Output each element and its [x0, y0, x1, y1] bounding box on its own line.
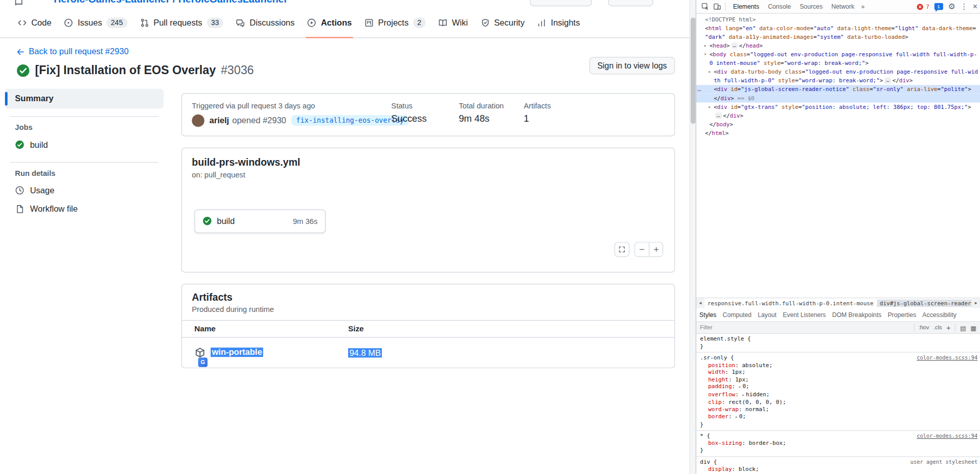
twisty-collapsed-icon[interactable]: ▸ — [708, 67, 711, 76]
dom-tree-line[interactable]: th full-width-p-0" style="word-wrap: bre… — [696, 76, 980, 85]
tab-pull-requests[interactable]: Pull requests33 — [133, 8, 230, 38]
page-scrollbar[interactable] — [690, 0, 696, 474]
more-tabs-icon[interactable] — [859, 3, 868, 10]
css-property[interactable]: width: 1px; — [700, 369, 977, 376]
zoom-out-button[interactable] — [635, 242, 649, 256]
styles-filter-input[interactable] — [700, 325, 909, 331]
console-errors-badge[interactable]: 7 — [917, 3, 929, 11]
dom-tree-line[interactable]: </html> — [696, 129, 980, 138]
shorthand-expand-icon[interactable]: ▸ — [742, 392, 744, 397]
dom-tree-line[interactable]: ▾<body class="logged-out env-production … — [696, 50, 980, 59]
artifact-name-link[interactable]: win-portable — [211, 348, 263, 357]
devtools-menu-icon[interactable] — [960, 0, 968, 13]
breadcrumb-scroll-left-icon[interactable] — [696, 298, 704, 308]
devtools-close-icon[interactable] — [973, 0, 977, 13]
devtools-tab-console[interactable]: Console — [764, 0, 795, 13]
inline-expand-ellipsis[interactable]: … — [731, 42, 738, 49]
rule-selector[interactable]: * — [700, 433, 703, 440]
breadcrumb-scroll-right-icon[interactable] — [972, 298, 980, 308]
devtools-tab-network[interactable]: Network — [827, 0, 859, 13]
css-property[interactable]: position: absolute; — [700, 362, 977, 369]
stylesheet-source-link[interactable]: color-modes.scss:94 — [917, 354, 977, 362]
dom-tree-line[interactable]: <html lang="en" data-color-mode="auto" d… — [696, 24, 980, 32]
zoom-in-button[interactable] — [649, 242, 663, 256]
avatar[interactable] — [192, 114, 204, 126]
artifact-rows: win-portable94.8 MB — [182, 337, 674, 368]
rule-selector[interactable]: element.style — [700, 336, 744, 343]
tab-actions[interactable]: Actions — [301, 8, 358, 38]
scrollbar-thumb[interactable] — [691, 17, 696, 124]
dom-tree-line[interactable]: ▸<div id="gtx-trans" style="position: ab… — [696, 103, 980, 111]
shorthand-expand-icon[interactable]: ▸ — [735, 415, 738, 420]
styles-tab-styles[interactable]: Styles — [696, 308, 720, 322]
back-to-pr-link[interactable]: Back to pull request #2930 — [16, 47, 129, 56]
breadcrumb-item[interactable]: div#js-global-screen-reader-notice.sr-on… — [877, 300, 972, 307]
css-property[interactable]: padding: ▸0; — [700, 383, 977, 391]
css-property[interactable]: box-sizing: border-box; — [700, 440, 977, 447]
twisty-collapsed-icon[interactable]: ▸ — [708, 103, 711, 111]
dom-tree-line[interactable]: <!DOCTYPE html> — [696, 15, 980, 24]
sidebar-item-workflow-file[interactable]: Workflow file — [5, 200, 164, 219]
dom-tree-line[interactable]: </div> == $0 — [696, 94, 980, 102]
grid-overlay-icon[interactable] — [970, 324, 976, 331]
twisty-collapsed-icon[interactable]: ▸ — [704, 41, 707, 50]
google-translate-icon[interactable] — [198, 357, 208, 367]
dom-tree-line[interactable]: ▸<div data-turbo-body class="logged-out … — [696, 67, 980, 76]
clipped-header-button[interactable] — [530, 0, 592, 6]
tab-insights[interactable]: Insights — [531, 8, 586, 38]
sidebar-item-usage[interactable]: Usage — [5, 181, 164, 200]
clipped-header-button[interactable] — [608, 0, 653, 6]
inline-expand-ellipsis[interactable]: … — [884, 78, 891, 84]
tab-security[interactable]: Security — [474, 8, 531, 38]
fullscreen-button[interactable] — [614, 242, 629, 257]
filter-toggle-hov[interactable]: :hov — [919, 325, 929, 331]
minus-icon — [638, 245, 646, 253]
css-property[interactable]: word-wrap: normal; — [700, 406, 977, 413]
filter-toggle-cls[interactable]: .cls — [933, 325, 942, 331]
inspect-icon[interactable] — [701, 3, 710, 11]
styles-tab-properties[interactable]: Properties — [884, 308, 919, 322]
stylesheet-source-link[interactable]: color-modes.scss:94 — [917, 433, 977, 440]
css-property[interactable]: display: block; — [700, 466, 977, 473]
new-style-rule-icon[interactable] — [946, 323, 951, 332]
css-property[interactable]: overflow: ▸hidden; — [700, 391, 977, 399]
dom-tree-line[interactable]: ▸<head>…</head> — [696, 41, 980, 50]
sidebar-item-summary[interactable]: Summary — [5, 88, 164, 108]
styles-tab-event-listeners[interactable]: Event Listeners — [780, 308, 829, 322]
sidebar-job-build[interactable]: build — [5, 136, 164, 154]
dom-tree-line[interactable]: …</div> — [696, 111, 980, 120]
job-node-build[interactable]: build 9m 36s — [194, 209, 326, 233]
inline-expand-ellipsis[interactable]: … — [715, 112, 722, 119]
dom-tree-line[interactable]: </body> — [696, 120, 980, 129]
tab-projects[interactable]: Projects2 — [358, 8, 431, 38]
devtools-tab-sources[interactable]: Sources — [795, 0, 827, 13]
styles-tab-dom-breakpoints[interactable]: DOM Breakpoints — [829, 308, 885, 322]
device-toolbar-icon[interactable] — [713, 3, 721, 11]
issues-bubble-icon[interactable]: 1 — [934, 3, 943, 10]
computed-styles-icon[interactable] — [960, 324, 966, 331]
css-property[interactable]: height: 1px; — [700, 376, 977, 383]
styles-tab-accessibility[interactable]: Accessibility — [919, 308, 960, 322]
devtools-tab-elements[interactable]: Elements — [729, 0, 764, 13]
styles-tab-layout[interactable]: Layout — [755, 308, 780, 322]
rule-selector[interactable]: div — [700, 459, 710, 466]
tab-discussions[interactable]: Discussions — [230, 8, 301, 38]
workflow-trigger: on: pull_request — [192, 170, 664, 179]
dom-tree-line[interactable]: "dark" data-a11y-animated-images="system… — [696, 33, 980, 41]
twisty-expanded-icon[interactable]: ▾ — [704, 50, 707, 59]
css-property[interactable]: border: ▸0; — [700, 413, 977, 421]
styles-tab-computed[interactable]: Computed — [719, 308, 755, 322]
tab-wiki[interactable]: Wiki — [432, 8, 474, 38]
sign-in-to-view-logs-button[interactable]: Sign in to view logs — [589, 57, 675, 74]
css-property[interactable]: clip: rect(0, 0, 0, 0); — [700, 399, 977, 406]
tab-code[interactable]: Code — [11, 8, 58, 38]
rule-selector[interactable]: .sr-only — [700, 354, 727, 362]
breadcrumb-item[interactable]: responsive.full-width.full-width-p-0.int… — [704, 300, 877, 307]
tab-issues[interactable]: Issues245 — [58, 8, 133, 38]
shorthand-expand-icon[interactable]: ▸ — [739, 385, 741, 390]
settings-gear-icon[interactable] — [948, 0, 955, 13]
author-link[interactable]: arielj — [210, 116, 230, 125]
dom-tree-line[interactable]: …<div id="js-global-screen-reader-notice… — [696, 85, 980, 94]
repo-breadcrumb-link[interactable]: Heroic-Games-Launcher / HeroicGamesLaunc… — [54, 0, 288, 5]
dom-tree-line[interactable]: 0 intent-mouse" style="word-wrap: break-… — [696, 59, 980, 67]
